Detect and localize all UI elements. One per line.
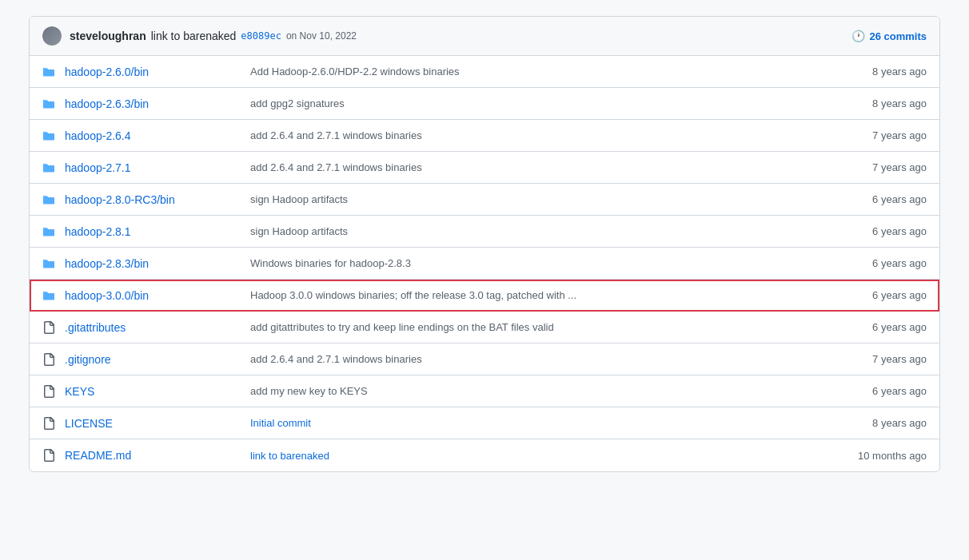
file-commit-message: Initial commit [250,417,821,429]
file-age: 6 years ago [831,225,927,237]
file-name-link[interactable]: LICENSE [65,417,113,430]
file-name-link[interactable]: hadoop-2.6.4 [65,129,131,142]
file-commit-message: add 2.6.4 and 2.7.1 windows binaries [250,161,821,173]
file-age: 6 years ago [831,289,927,301]
file-browser: steveloughran link to barenaked e8089ec … [29,16,940,472]
file-age: 8 years ago [831,417,927,429]
file-icon [42,417,55,430]
folder-icon [42,257,55,270]
folder-icon [42,129,55,142]
commits-link[interactable]: 26 commits [869,30,927,42]
table-row: hadoop-3.0.0/binHadoop 3.0.0 windows bin… [30,280,939,312]
file-name-link[interactable]: hadoop-2.7.1 [65,161,131,174]
table-row: LICENSEInitial commit8 years ago [30,407,939,439]
file-age: 7 years ago [831,129,927,141]
table-row: hadoop-2.6.0/binAdd Hadoop-2.6.0/HDP-2.2… [30,56,939,88]
file-commit-message: Hadoop 3.0.0 windows binaries; off the r… [250,289,821,301]
folder-icon [42,193,55,206]
file-commit-message: add 2.6.4 and 2.7.1 windows binaries [250,353,821,365]
table-row: hadoop-2.6.3/binadd gpg2 signatures8 yea… [30,88,939,120]
file-commit-message: Add Hadoop-2.6.0/HDP-2.2 windows binarie… [250,66,821,77]
file-age: 7 years ago [831,353,927,365]
file-name-link[interactable]: .gitignore [65,353,111,366]
file-commit-message: Windows binaries for hadoop-2.8.3 [250,257,821,269]
file-age: 6 years ago [831,321,927,333]
table-row: hadoop-2.8.3/binWindows binaries for had… [30,248,939,280]
commit-sha[interactable]: e8089ec [241,30,281,42]
table-row: .gitattributesadd gitattributes to try a… [30,312,939,344]
file-age: 8 years ago [831,66,927,77]
file-list: hadoop-2.6.0/binAdd Hadoop-2.6.0/HDP-2.2… [30,56,939,471]
folder-icon [42,97,55,110]
file-age: 8 years ago [831,97,927,109]
table-row: hadoop-2.7.1add 2.6.4 and 2.7.1 windows … [30,152,939,184]
table-row: README.mdlink to barenaked10 months ago [30,439,939,471]
table-row: hadoop-2.8.1sign Hadoop artifacts6 years… [30,216,939,248]
file-name-link[interactable]: hadoop-2.6.0/bin [65,66,149,78]
file-commit-message: add gpg2 signatures [250,97,821,109]
file-name-link[interactable]: .gitattributes [65,321,126,334]
file-commit-message: add my new key to KEYS [250,385,821,397]
folder-icon [42,161,55,174]
commits-count: 🕐 26 commits [851,30,927,42]
clock-icon: 🕐 [851,30,865,42]
file-age: 6 years ago [831,385,927,397]
avatar [42,26,62,46]
file-name-link[interactable]: hadoop-2.8.3/bin [65,257,149,270]
file-commit-message: link to barenaked [250,450,821,462]
file-commit-message: sign Hadoop artifacts [250,193,821,205]
commit-message: link to barenaked [151,30,237,42]
commit-date: on Nov 10, 2022 [286,30,357,42]
folder-icon [42,289,55,302]
file-age: 10 months ago [831,450,927,462]
file-age: 7 years ago [831,161,927,173]
file-age: 6 years ago [831,193,927,205]
file-name-link[interactable]: hadoop-3.0.0/bin [65,289,149,302]
file-name-link[interactable]: KEYS [65,385,94,398]
file-commit-message: add 2.6.4 and 2.7.1 windows binaries [250,129,821,141]
file-icon [42,321,55,334]
file-commit-message: sign Hadoop artifacts [250,225,821,237]
table-row: KEYSadd my new key to KEYS6 years ago [30,375,939,407]
file-name-link[interactable]: README.md [65,449,131,462]
commit-header: steveloughran link to barenaked e8089ec … [30,17,939,56]
file-name-link[interactable]: hadoop-2.8.1 [65,225,131,238]
folder-icon [42,66,55,78]
file-icon [42,353,55,366]
commit-info: steveloughran link to barenaked e8089ec … [70,30,843,42]
file-commit-message: add gitattributes to try and keep line e… [250,321,821,333]
table-row: hadoop-2.8.0-RC3/binsign Hadoop artifact… [30,184,939,216]
file-icon [42,385,55,398]
file-icon [42,449,55,462]
table-row: .gitignoreadd 2.6.4 and 2.7.1 windows bi… [30,344,939,375]
file-age: 6 years ago [831,257,927,269]
commit-author[interactable]: steveloughran [70,30,146,42]
folder-icon [42,225,55,238]
file-name-link[interactable]: hadoop-2.8.0-RC3/bin [65,193,175,206]
table-row: hadoop-2.6.4add 2.6.4 and 2.7.1 windows … [30,120,939,152]
file-name-link[interactable]: hadoop-2.6.3/bin [65,97,149,110]
